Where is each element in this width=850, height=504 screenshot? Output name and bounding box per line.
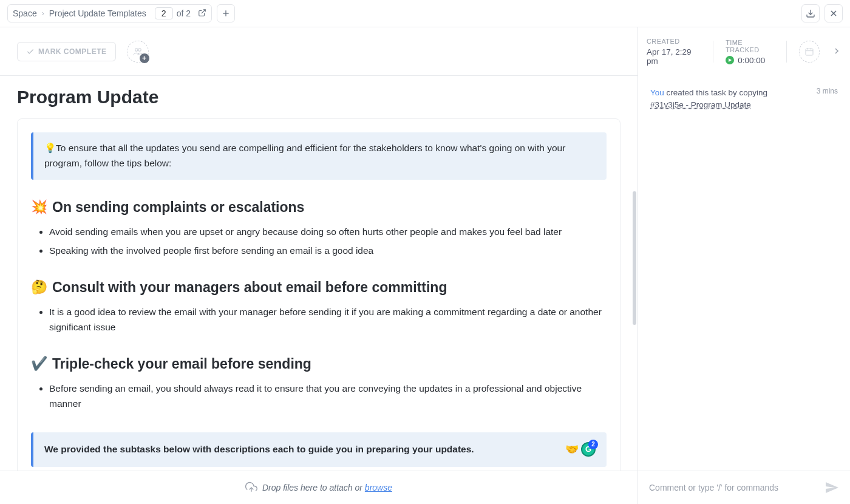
send-icon[interactable]: [824, 480, 839, 495]
section-bullets-managers: It is a good idea to review the email wi…: [31, 304, 607, 335]
collision-icon: 💥: [31, 199, 47, 215]
plus-badge-icon: +: [140, 53, 149, 63]
activity-panel: You created this task by copying #31v3j5…: [638, 76, 850, 471]
add-assignee-button[interactable]: +: [127, 41, 149, 63]
chevron-right-icon: ›: [42, 9, 44, 18]
activity-verb: created this task by copying: [664, 88, 767, 97]
attachment-dropzone[interactable]: Drop files here to attach or browse: [0, 471, 638, 504]
section-heading-managers: 🤔 Consult with your managers about email…: [31, 279, 607, 296]
scrollbar[interactable]: [633, 191, 636, 325]
meta-created: CREATED Apr 17, 2:29 pm: [647, 38, 701, 66]
page-current-input[interactable]: 2: [155, 7, 173, 19]
section-heading-triplecheck: ✔️ Triple-check your email before sendin…: [31, 356, 607, 372]
download-icon[interactable]: [801, 4, 820, 22]
footer-callout-text: We provided the subtasks below with desc…: [44, 442, 474, 457]
external-link-icon[interactable]: [198, 9, 206, 19]
created-label: CREATED: [647, 38, 701, 45]
top-bar: Space › Project Update Templates 2 of 2: [0, 0, 850, 27]
divider: [713, 41, 713, 63]
list-item: Speaking with the involved people first …: [49, 243, 607, 259]
dropzone-text: Drop files here to attach or: [262, 483, 365, 492]
breadcrumb-leaf: Project Update Templates: [49, 9, 146, 18]
svg-line-0: [202, 9, 205, 13]
time-tracked-value: 0:00:00: [738, 56, 765, 65]
intro-callout: 💡To ensure that all the updates you send…: [31, 132, 607, 180]
document-body[interactable]: 💡To ensure that all the updates you send…: [17, 118, 620, 471]
add-button[interactable]: [217, 4, 235, 22]
activity-actor: You: [650, 88, 664, 97]
expand-sidebar-icon[interactable]: [832, 46, 841, 58]
svg-rect-13: [806, 49, 813, 55]
breadcrumb[interactable]: Space › Project Update Templates 2 of 2: [7, 4, 212, 22]
grammarly-icon[interactable]: G 2: [581, 442, 596, 457]
activity-time: 3 mins: [817, 87, 838, 95]
play-icon[interactable]: [726, 56, 734, 64]
section-heading-text: Consult with your managers about email b…: [52, 279, 447, 296]
page-title[interactable]: Program Update: [17, 87, 620, 107]
browse-link[interactable]: browse: [365, 483, 392, 492]
handshake-icon: 🤝: [565, 441, 579, 458]
mark-complete-label: MARK COMPLETE: [38, 47, 107, 56]
section-heading-text: Triple-check your email before sending: [52, 356, 311, 372]
close-icon[interactable]: [824, 4, 843, 22]
lightbulb-icon: 💡: [44, 143, 56, 153]
check-mark-icon: ✔️: [31, 356, 47, 372]
list-item: Before sending an email, you should alwa…: [49, 381, 607, 412]
breadcrumb-root: Space: [13, 9, 37, 18]
grammarly-count: 2: [588, 440, 598, 449]
section-heading-text: On sending complaints or escalations: [52, 199, 304, 216]
comment-bar: Comment or type '/' for commands: [638, 471, 850, 504]
footer-callout: We provided the subtasks below with desc…: [31, 432, 607, 467]
activity-entry: You created this task by copying #31v3j5…: [650, 87, 838, 111]
list-item: It is a good idea to review the email wi…: [49, 304, 607, 335]
due-date-button[interactable]: [799, 41, 820, 63]
activity-link[interactable]: #31v3j5e - Program Update: [650, 100, 751, 109]
svg-point-6: [135, 48, 138, 51]
main-content: Program Update 💡To ensure that all the u…: [0, 76, 638, 471]
thinking-face-icon: 🤔: [31, 279, 47, 295]
comment-input[interactable]: Comment or type '/' for commands: [649, 483, 818, 492]
section-bullets-escalations: Avoid sending emails when you are upset …: [31, 224, 607, 259]
page-total: of 2: [177, 9, 191, 18]
time-tracked-label: TIME TRACKED: [726, 39, 774, 53]
created-value: Apr 17, 2:29 pm: [647, 47, 701, 66]
task-meta: CREATED Apr 17, 2:29 pm TIME TRACKED 0:0…: [638, 27, 850, 76]
meta-time-tracked: TIME TRACKED 0:00:00: [726, 39, 774, 65]
page-counter: 2 of 2: [155, 7, 191, 19]
cloud-upload-icon: [245, 482, 257, 494]
svg-point-7: [138, 48, 141, 51]
intro-text: To ensure that all the updates you send …: [44, 143, 565, 168]
list-item: Avoid sending emails when you are upset …: [49, 224, 607, 240]
divider: [786, 41, 787, 63]
section-heading-escalations: 💥 On sending complaints or escalations: [31, 199, 607, 216]
section-bullets-triplecheck: Before sending an email, you should alwa…: [31, 381, 607, 412]
mark-complete-button[interactable]: MARK COMPLETE: [17, 42, 116, 61]
